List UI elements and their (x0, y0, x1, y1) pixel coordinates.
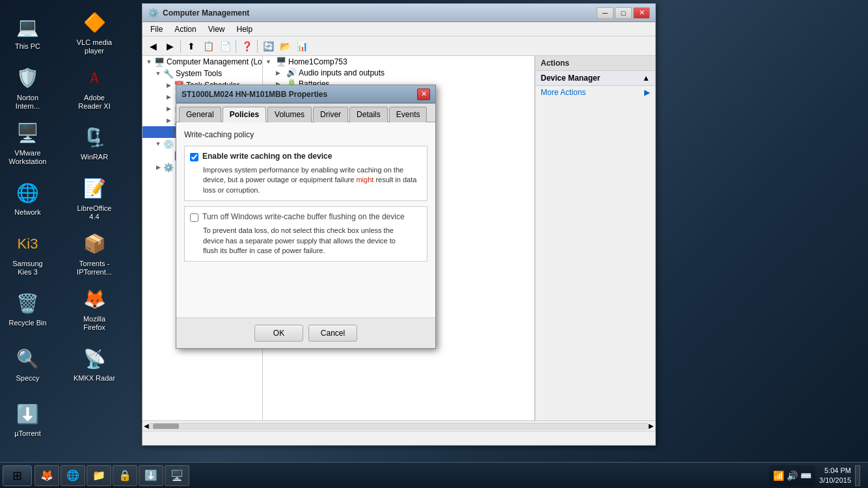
toolbar-forward[interactable]: ▶ (162, 38, 178, 54)
desktop-icon-utorrent[interactable]: ⬇️ µTorrent (3, 394, 52, 446)
taskbar-store[interactable]: 🔒 (113, 465, 137, 486)
tray-volume-icon[interactable]: 🔊 (787, 470, 798, 481)
horizontal-scrollbar[interactable]: ◀ ▶ (142, 420, 655, 431)
taskbar-pinned-items: 🦊 🌐 📁 🔒 ⬇️ 🖥️ (34, 465, 189, 486)
desktop-icon-norton[interactable]: 🛡️ Norton Intern... (3, 62, 52, 114)
tree-expand-event-viewer[interactable]: ▶ (163, 92, 174, 102)
dialog-close-button[interactable]: ✕ (417, 88, 430, 100)
taskbar-ie[interactable]: 🌐 (61, 465, 85, 486)
write-caching-policy-title: Write-caching policy (184, 130, 427, 139)
tree-expand-storage[interactable]: ▼ (153, 139, 163, 149)
tree-expand-root[interactable]: ▼ (144, 57, 154, 67)
properties-dialog: ST1000LM024 HN-M101MBB Properties ✕ Gene… (176, 85, 436, 349)
actions-panel: Actions Device Manager ▲ More Actions ▶ (535, 56, 655, 420)
desktop-icon-vlc[interactable]: 🔶 VLC media player (70, 7, 119, 59)
enable-write-caching-label: Enable write caching on the device (202, 152, 332, 161)
tab-details[interactable]: Details (349, 107, 388, 122)
turn-off-flushing-checkbox[interactable] (190, 213, 198, 222)
tree-expand-disk-management[interactable] (163, 150, 174, 161)
toolbar-up[interactable]: ⬆ (183, 38, 199, 54)
tree-expand-system-tools[interactable]: ▼ (153, 68, 163, 79)
desktop-icon-torrents[interactable]: 📦 Torrents - IPTorrent... (70, 228, 119, 280)
toolbar-separator-2 (236, 40, 236, 53)
toolbar-action1[interactable]: 📂 (277, 38, 293, 54)
tray-keyboard-icon[interactable]: ⌨️ (800, 470, 811, 481)
scrollbar-track[interactable] (149, 423, 649, 429)
tree-system-tools[interactable]: ▼ 🔧 System Tools (142, 68, 262, 79)
tree-expand-shared-folders[interactable]: ▶ (163, 103, 174, 114)
enable-write-caching-row: Enable write caching on the device (190, 152, 422, 161)
tray-network-icon[interactable]: 📶 (773, 470, 784, 481)
dialog-titlebar: ST1000LM024 HN-M101MBB Properties ✕ (176, 85, 435, 103)
desktop: 💻 This PC 🛡️ Norton Intern... 🖥️ VMware … (0, 0, 868, 488)
toolbar-properties[interactable]: 📄 (217, 38, 233, 54)
scroll-left-btn[interactable]: ◀ (144, 422, 149, 429)
start-button[interactable]: ⊞ (3, 465, 32, 486)
desktop-icon-adobe-reader[interactable]: Ａ Adobe Reader XI (70, 62, 119, 114)
turn-off-flushing-row: Turn off Windows write-cache buffer flus… (190, 212, 422, 222)
dialog-content: Write-caching policy Enable write cachin… (176, 122, 435, 318)
show-desktop-button[interactable] (855, 465, 860, 486)
menu-action[interactable]: Action (169, 23, 201, 35)
system-clock[interactable]: 5:04 PM 3/10/2015 (819, 466, 851, 485)
actions-device-manager-section[interactable]: Device Manager ▲ (536, 71, 655, 86)
desktop-icon-samsung-kies[interactable]: Ki3 Samsung Kies 3 (3, 228, 52, 280)
device-audio[interactable]: ▶ 🔊 Audio inputs and outputs (263, 67, 534, 78)
actions-more-actions[interactable]: More Actions ▶ (536, 86, 655, 99)
scrollbar-thumb[interactable] (153, 424, 179, 429)
toolbar-action2[interactable]: 📊 (294, 38, 310, 54)
enable-write-caching-checkbox[interactable] (190, 153, 198, 161)
tree-expand-performance[interactable]: ▶ (163, 115, 174, 126)
toolbar: ◀ ▶ ⬆ 📋 📄 ❓ 🔄 📂 📊 (142, 36, 655, 56)
menu-file[interactable]: File (145, 23, 168, 35)
scroll-right-btn[interactable]: ▶ (649, 422, 654, 429)
desktop-icon-speccy[interactable]: 🔍 Speccy (3, 338, 52, 390)
desktop-icons-container: 💻 This PC 🛡️ Norton Intern... 🖥️ VMware … (0, 0, 137, 455)
buffer-flushing-desc: To prevent data loss, do not select this… (203, 226, 422, 256)
write-caching-section: Enable write caching on the device Impro… (184, 146, 427, 201)
desktop-icon-kmkx[interactable]: 📡 KMKX Radar (70, 338, 119, 390)
desktop-icon-network[interactable]: 🌐 Network (3, 172, 52, 224)
menubar: File Action View Help (142, 22, 655, 36)
minimize-button[interactable]: ─ (597, 7, 614, 19)
dialog-tabs: General Policies Volumes Driver Details … (176, 103, 435, 122)
desktop-icon-vmware[interactable]: 🖥️ VMware Workstation (3, 117, 52, 169)
maximize-button[interactable]: □ (615, 7, 632, 19)
system-tray: 📶 🔊 ⌨️ (769, 465, 815, 486)
close-button[interactable]: ✕ (633, 7, 650, 19)
desktop-icon-firefox[interactable]: 🦊 Mozilla Firefox (70, 283, 119, 335)
tab-general[interactable]: General (179, 107, 221, 122)
tree-expand-task-scheduler[interactable]: ▶ (163, 80, 174, 90)
desktop-icon-libreoffice[interactable]: 📝 LibreOffice 4.4 (70, 172, 119, 224)
ok-button[interactable]: OK (254, 325, 303, 342)
statusbar (142, 431, 655, 445)
menu-help[interactable]: Help (232, 23, 258, 35)
buffer-flushing-section: Turn off Windows write-cache buffer flus… (184, 206, 427, 262)
tree-expand-services-apps[interactable]: ▶ (153, 162, 163, 172)
write-caching-desc: Improves system performance by enabling … (203, 165, 422, 195)
tab-policies[interactable]: Policies (223, 107, 266, 122)
taskbar-explorer[interactable]: 📁 (87, 465, 111, 486)
device-root[interactable]: ▼ 🖥️ Home1Comp753 (263, 56, 534, 67)
taskbar: ⊞ 🦊 🌐 📁 🔒 ⬇️ 🖥️ 📶 🔊 ⌨️ 5:04 PM 3/10/2015 (0, 462, 868, 488)
taskbar-firefox[interactable]: 🦊 (34, 465, 59, 486)
cm-window-icon: ⚙️ (148, 8, 159, 18)
tree-expand-device-manager[interactable] (163, 127, 174, 137)
window-titlebar: ⚙️ Computer Management ─ □ ✕ (142, 4, 655, 22)
toolbar-help[interactable]: ❓ (239, 38, 254, 54)
toolbar-refresh[interactable]: 🔄 (260, 38, 276, 54)
menu-view[interactable]: View (203, 23, 230, 35)
taskbar-computer-management[interactable]: 🖥️ (165, 465, 189, 486)
tree-root[interactable]: ▼ 🖥️ Computer Management (Local) (142, 56, 262, 68)
tab-volumes[interactable]: Volumes (267, 107, 312, 122)
toolbar-separator-3 (257, 40, 258, 53)
desktop-icon-this-pc[interactable]: 💻 This PC (3, 7, 52, 59)
cancel-button[interactable]: Cancel (308, 325, 357, 342)
toolbar-show-hide[interactable]: 📋 (200, 38, 216, 54)
taskbar-utorrent[interactable]: ⬇️ (139, 465, 163, 486)
desktop-icon-winrar[interactable]: 🗜️ WinRAR (70, 117, 119, 169)
desktop-icon-recycle-bin[interactable]: 🗑️ Recycle Bin (3, 283, 52, 335)
tab-driver[interactable]: Driver (313, 107, 348, 122)
toolbar-back[interactable]: ◀ (145, 38, 161, 54)
tab-events[interactable]: Events (389, 107, 427, 122)
